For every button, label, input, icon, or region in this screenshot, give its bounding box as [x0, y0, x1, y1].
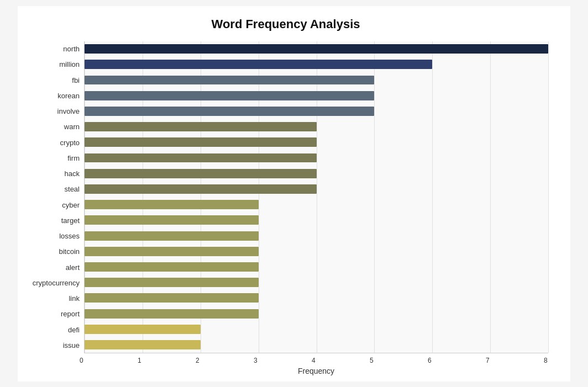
- bar-row: [85, 119, 548, 135]
- y-label: north: [63, 41, 80, 57]
- bar-row: [85, 150, 548, 166]
- x-tick: 0: [80, 357, 83, 364]
- bar: [85, 91, 374, 100]
- bar: [85, 122, 317, 131]
- bar: [85, 184, 317, 194]
- bar: [85, 325, 201, 334]
- y-label: crypto: [60, 135, 80, 150]
- bar: [85, 309, 259, 319]
- bar: [85, 169, 317, 178]
- bar: [85, 44, 548, 54]
- bar-row: [85, 181, 548, 197]
- bar-row: [85, 337, 548, 352]
- x-tick: 2: [196, 357, 200, 364]
- bar-row: [85, 197, 548, 213]
- x-tick: 8: [544, 357, 548, 364]
- bar-row: [85, 135, 548, 150]
- bar: [85, 107, 374, 116]
- y-label: million: [59, 57, 80, 72]
- y-label: fbi: [72, 72, 80, 88]
- bar: [85, 231, 259, 241]
- y-label: issue: [63, 337, 80, 353]
- bar-row: [85, 213, 548, 228]
- y-label: warn: [64, 119, 80, 135]
- chart-container: Word Frequency Analysis northmillionfbik…: [18, 6, 570, 381]
- y-label: losses: [59, 229, 80, 244]
- bar: [85, 293, 259, 303]
- bar-row: [85, 228, 548, 243]
- y-label: hack: [65, 166, 80, 182]
- bar-row: [85, 57, 548, 72]
- bar-row: [85, 321, 548, 337]
- x-axis-title: Frequency: [84, 367, 548, 375]
- y-label: bitcoin: [59, 244, 80, 259]
- bar-row: [85, 88, 548, 103]
- y-label: target: [61, 213, 80, 228]
- y-label: firm: [67, 150, 80, 166]
- chart-title: Word Frequency Analysis: [23, 17, 548, 31]
- bar: [85, 215, 259, 225]
- y-label: cyber: [62, 197, 80, 213]
- x-tick: 7: [486, 357, 490, 364]
- x-tick: 4: [312, 357, 316, 364]
- y-label: involve: [57, 104, 80, 119]
- x-tick: 3: [254, 357, 258, 364]
- bar-row: [85, 306, 548, 321]
- bar: [85, 278, 259, 287]
- bar-row: [85, 103, 548, 119]
- y-label: cryptocurrency: [33, 275, 80, 290]
- bar-row: [85, 72, 548, 88]
- x-tick: 1: [138, 357, 141, 364]
- bar: [85, 76, 374, 85]
- y-label: link: [69, 291, 80, 306]
- y-label: korean: [57, 88, 80, 103]
- y-label: defi: [68, 322, 80, 337]
- bar-row: [85, 166, 548, 181]
- bar-row: [85, 259, 548, 274]
- x-tick: 6: [428, 357, 432, 364]
- bar: [85, 60, 432, 69]
- bar-row: [85, 290, 548, 306]
- bar-row: [85, 41, 548, 57]
- bar: [85, 137, 317, 147]
- bar: [85, 247, 259, 256]
- y-label: steal: [65, 182, 80, 197]
- bar-row: [85, 275, 548, 290]
- y-label: report: [61, 306, 80, 322]
- grid-line: [548, 41, 549, 353]
- bar: [85, 200, 259, 209]
- y-labels: northmillionfbikoreaninvolvewarncryptofi…: [23, 41, 84, 353]
- bar: [85, 340, 201, 349]
- bar: [85, 262, 259, 272]
- chart-area: northmillionfbikoreaninvolvewarncryptofi…: [23, 41, 548, 353]
- bar-row: [85, 243, 548, 259]
- bars-wrapper: [84, 41, 548, 353]
- y-label: alert: [66, 259, 80, 275]
- x-tick: 5: [370, 357, 374, 364]
- bar: [85, 153, 317, 163]
